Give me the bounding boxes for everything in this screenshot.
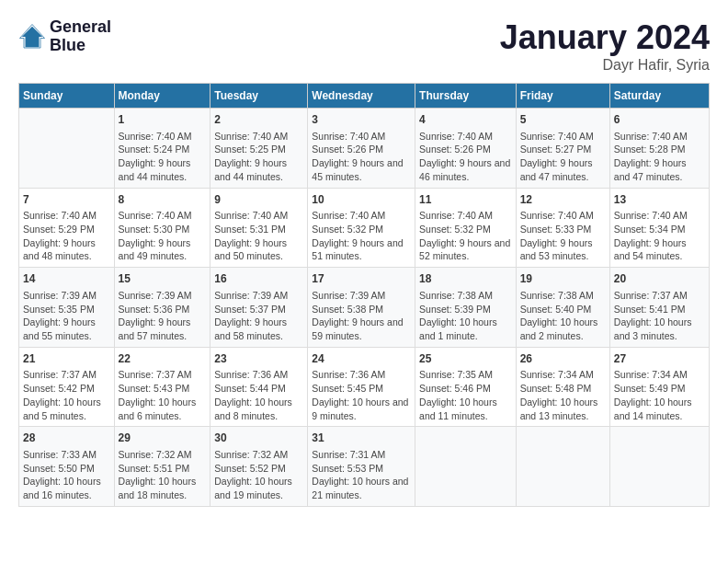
day-number: 2 (214, 112, 303, 128)
day-number: 21 (23, 351, 110, 367)
cell-content: Sunrise: 7:40 AMSunset: 5:26 PMDaylight:… (312, 130, 411, 184)
cell-content: Sunrise: 7:40 AMSunset: 5:30 PMDaylight:… (119, 209, 207, 263)
calendar-cell: 24Sunrise: 7:36 AMSunset: 5:45 PMDayligh… (308, 347, 415, 427)
calendar-cell: 13Sunrise: 7:40 AMSunset: 5:34 PMDayligh… (609, 188, 709, 268)
calendar-cell: 22Sunrise: 7:37 AMSunset: 5:43 PMDayligh… (114, 347, 210, 427)
day-number: 8 (119, 192, 207, 208)
cell-content: Sunrise: 7:40 AMSunset: 5:24 PMDaylight:… (119, 130, 207, 184)
calendar-table: SundayMondayTuesdayWednesdayThursdayFrid… (18, 83, 710, 507)
cell-content: Sunrise: 7:33 AMSunset: 5:50 PMDaylight:… (23, 448, 110, 502)
cell-content: Sunrise: 7:40 AMSunset: 5:26 PMDaylight:… (419, 130, 512, 184)
calendar-cell: 31Sunrise: 7:31 AMSunset: 5:53 PMDayligh… (308, 427, 415, 507)
cell-content: Sunrise: 7:31 AMSunset: 5:53 PMDaylight:… (312, 448, 411, 502)
calendar-cell (516, 427, 609, 507)
page-header: General Blue January 2024 Dayr Hafir, Sy… (18, 18, 710, 74)
day-number: 13 (614, 192, 705, 208)
day-number: 24 (312, 351, 411, 367)
cell-content: Sunrise: 7:40 AMSunset: 5:32 PMDaylight:… (312, 209, 411, 263)
day-number: 16 (214, 271, 303, 287)
calendar-cell: 2Sunrise: 7:40 AMSunset: 5:25 PMDaylight… (210, 109, 308, 189)
cell-content: Sunrise: 7:34 AMSunset: 5:48 PMDaylight:… (520, 368, 606, 422)
weekday-header: Friday (516, 84, 609, 109)
calendar-cell: 4Sunrise: 7:40 AMSunset: 5:26 PMDaylight… (415, 109, 517, 189)
day-number: 27 (614, 351, 705, 367)
calendar-cell: 20Sunrise: 7:37 AMSunset: 5:41 PMDayligh… (609, 268, 709, 348)
day-number: 1 (119, 112, 207, 128)
calendar-cell: 16Sunrise: 7:39 AMSunset: 5:37 PMDayligh… (210, 268, 308, 348)
weekday-header: Saturday (609, 84, 709, 109)
day-number: 31 (312, 431, 411, 446)
calendar-cell: 26Sunrise: 7:34 AMSunset: 5:48 PMDayligh… (516, 347, 609, 427)
logo-text: General Blue (50, 18, 111, 55)
calendar-cell: 12Sunrise: 7:40 AMSunset: 5:33 PMDayligh… (516, 188, 609, 268)
calendar-cell: 30Sunrise: 7:32 AMSunset: 5:52 PMDayligh… (210, 427, 308, 507)
day-number: 25 (419, 351, 512, 367)
cell-content: Sunrise: 7:38 AMSunset: 5:39 PMDaylight:… (419, 289, 512, 343)
cell-content: Sunrise: 7:39 AMSunset: 5:35 PMDaylight:… (23, 289, 110, 343)
weekday-header: Sunday (19, 84, 115, 109)
calendar-cell: 19Sunrise: 7:38 AMSunset: 5:40 PMDayligh… (516, 268, 609, 348)
subtitle: Dayr Hafir, Syria (500, 57, 710, 74)
day-number: 22 (119, 351, 207, 367)
weekday-header: Wednesday (308, 84, 415, 109)
cell-content: Sunrise: 7:37 AMSunset: 5:42 PMDaylight:… (23, 368, 110, 422)
cell-content: Sunrise: 7:40 AMSunset: 5:29 PMDaylight:… (23, 209, 110, 263)
main-title: January 2024 (500, 18, 710, 57)
calendar-cell (415, 427, 517, 507)
day-number: 23 (214, 351, 303, 367)
calendar-cell: 11Sunrise: 7:40 AMSunset: 5:32 PMDayligh… (415, 188, 517, 268)
day-number: 6 (614, 112, 705, 128)
day-number: 14 (23, 271, 110, 287)
day-number: 18 (419, 271, 512, 287)
calendar-cell: 1Sunrise: 7:40 AMSunset: 5:24 PMDaylight… (114, 109, 210, 189)
cell-content: Sunrise: 7:40 AMSunset: 5:25 PMDaylight:… (214, 130, 303, 184)
weekday-header: Thursday (415, 84, 517, 109)
calendar-cell: 18Sunrise: 7:38 AMSunset: 5:39 PMDayligh… (415, 268, 517, 348)
calendar-cell: 21Sunrise: 7:37 AMSunset: 5:42 PMDayligh… (19, 347, 115, 427)
cell-content: Sunrise: 7:40 AMSunset: 5:32 PMDaylight:… (419, 209, 512, 263)
day-number: 19 (520, 271, 606, 287)
day-number: 3 (312, 112, 411, 128)
svg-marker-0 (22, 27, 43, 48)
day-number: 20 (614, 271, 705, 287)
calendar-cell: 23Sunrise: 7:36 AMSunset: 5:44 PMDayligh… (210, 347, 308, 427)
cell-content: Sunrise: 7:38 AMSunset: 5:40 PMDaylight:… (520, 289, 606, 343)
calendar-cell: 28Sunrise: 7:33 AMSunset: 5:50 PMDayligh… (19, 427, 115, 507)
calendar-week-row: 14Sunrise: 7:39 AMSunset: 5:35 PMDayligh… (19, 268, 710, 348)
calendar-week-row: 1Sunrise: 7:40 AMSunset: 5:24 PMDaylight… (19, 109, 710, 189)
cell-content: Sunrise: 7:34 AMSunset: 5:49 PMDaylight:… (614, 368, 705, 422)
day-number: 9 (214, 192, 303, 208)
calendar-cell: 15Sunrise: 7:39 AMSunset: 5:36 PMDayligh… (114, 268, 210, 348)
cell-content: Sunrise: 7:40 AMSunset: 5:33 PMDaylight:… (520, 209, 606, 263)
cell-content: Sunrise: 7:39 AMSunset: 5:38 PMDaylight:… (312, 289, 411, 343)
calendar-cell: 17Sunrise: 7:39 AMSunset: 5:38 PMDayligh… (308, 268, 415, 348)
calendar-week-row: 28Sunrise: 7:33 AMSunset: 5:50 PMDayligh… (19, 427, 710, 507)
day-number: 28 (23, 431, 110, 446)
title-block: January 2024 Dayr Hafir, Syria (500, 18, 710, 74)
logo: General Blue (18, 18, 111, 55)
cell-content: Sunrise: 7:32 AMSunset: 5:52 PMDaylight:… (214, 448, 303, 502)
cell-content: Sunrise: 7:40 AMSunset: 5:28 PMDaylight:… (614, 130, 705, 184)
calendar-cell: 29Sunrise: 7:32 AMSunset: 5:51 PMDayligh… (114, 427, 210, 507)
day-number: 12 (520, 192, 606, 208)
calendar-cell (609, 427, 709, 507)
calendar-cell: 6Sunrise: 7:40 AMSunset: 5:28 PMDaylight… (609, 109, 709, 189)
calendar-cell: 27Sunrise: 7:34 AMSunset: 5:49 PMDayligh… (609, 347, 709, 427)
cell-content: Sunrise: 7:39 AMSunset: 5:37 PMDaylight:… (214, 289, 303, 343)
day-number: 17 (312, 271, 411, 287)
calendar-cell (19, 109, 115, 189)
day-number: 4 (419, 112, 512, 128)
cell-content: Sunrise: 7:36 AMSunset: 5:45 PMDaylight:… (312, 368, 411, 422)
calendar-cell: 10Sunrise: 7:40 AMSunset: 5:32 PMDayligh… (308, 188, 415, 268)
calendar-week-row: 7Sunrise: 7:40 AMSunset: 5:29 PMDaylight… (19, 188, 710, 268)
day-number: 7 (23, 192, 110, 208)
cell-content: Sunrise: 7:32 AMSunset: 5:51 PMDaylight:… (119, 448, 207, 502)
weekday-header: Tuesday (210, 84, 308, 109)
calendar-cell: 5Sunrise: 7:40 AMSunset: 5:27 PMDaylight… (516, 109, 609, 189)
cell-content: Sunrise: 7:40 AMSunset: 5:34 PMDaylight:… (614, 209, 705, 263)
cell-content: Sunrise: 7:37 AMSunset: 5:43 PMDaylight:… (119, 368, 207, 422)
cell-content: Sunrise: 7:40 AMSunset: 5:31 PMDaylight:… (214, 209, 303, 263)
day-number: 11 (419, 192, 512, 208)
calendar-cell: 25Sunrise: 7:35 AMSunset: 5:46 PMDayligh… (415, 347, 517, 427)
cell-content: Sunrise: 7:40 AMSunset: 5:27 PMDaylight:… (520, 130, 606, 184)
